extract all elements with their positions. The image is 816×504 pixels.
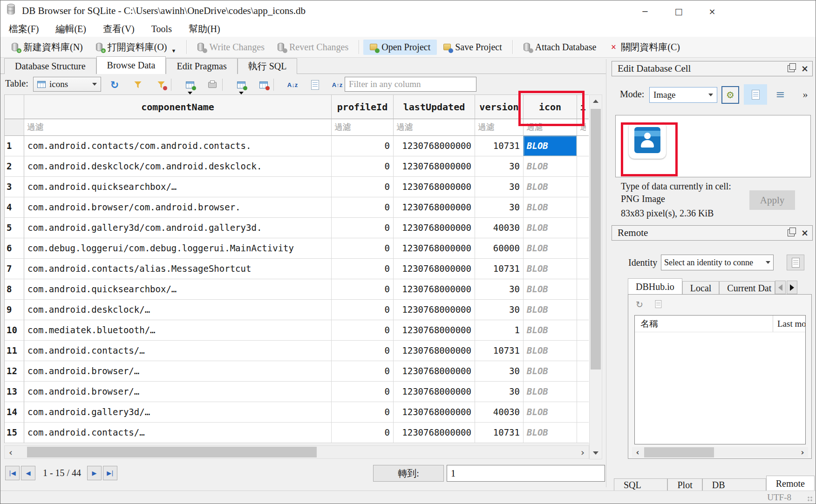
filter-any-column-input[interactable] [345,77,476,92]
save-project-button[interactable]: Save Project [437,40,509,55]
cell-extra[interactable] [577,197,589,218]
cell-icon-blob[interactable]: BLOB [524,361,577,382]
cell-profileId[interactable]: 0 [332,136,394,156]
dropdown-caret-icon[interactable]: ▼ [171,48,177,54]
cell-lastUpdated[interactable]: 1230768000000 [394,341,475,361]
remote-tab-local[interactable]: Local [682,281,720,295]
row-number[interactable]: 12 [5,361,24,382]
cell-profileId[interactable]: 0 [332,341,394,361]
open-database-button[interactable]: +打開資料庫(O)▼ [89,39,183,56]
filter-input-profileId[interactable] [332,119,393,135]
cell-extra[interactable] [577,238,589,259]
cell-componentName[interactable]: com.android.contacts/… [24,423,332,443]
identity-import-button[interactable] [787,255,804,270]
cell-version[interactable]: 60000 [475,238,524,259]
insert-record-button[interactable] [233,77,249,93]
grid-hscroll-thumb[interactable] [27,447,317,457]
cell-lastUpdated[interactable]: 1230768000000 [394,156,475,177]
prev-page-button[interactable]: ◀ [21,466,35,480]
cell-extra[interactable] [577,361,589,382]
row-number[interactable]: 13 [5,382,24,402]
cell-lastUpdated[interactable]: 1230768000000 [394,423,475,443]
revert-changes-button[interactable]: Revert Changes [271,40,355,55]
cell-lastUpdated[interactable]: 1230768000000 [394,197,475,218]
scroll-right-icon[interactable]: › [797,447,808,457]
cell-componentName[interactable]: com.android.quicksearchbox/… [24,279,332,300]
filter-input-componentName[interactable] [24,119,331,135]
tab-執行-sql[interactable]: 執行 SQL [238,58,298,74]
column-header-version[interactable]: version [475,94,524,119]
scroll-down-icon[interactable] [590,447,602,459]
cell-profileId[interactable]: 0 [332,320,394,341]
clone-database-icon[interactable] [654,299,662,311]
new-database-button[interactable]: +新建資料庫(N) [5,39,89,56]
cell-componentName[interactable]: com.android.quicksearchbox/… [24,177,332,197]
dock-tab-plot[interactable]: Plot [667,478,702,492]
cell-profileId[interactable]: 0 [332,300,394,320]
cell-icon-blob[interactable]: BLOB [524,423,577,443]
cell-profileId[interactable]: 0 [332,423,394,443]
cell-version[interactable]: 30 [475,300,524,320]
cell-version[interactable]: 40030 [475,218,524,238]
column-header-rownum[interactable] [5,94,24,119]
cell-componentName[interactable]: com.mediatek.bluetooth/… [24,320,332,341]
next-page-button[interactable]: ▶ [87,466,102,480]
cell-lastUpdated[interactable]: 1230768000000 [394,361,475,382]
row-number[interactable]: 11 [5,341,24,361]
cell-profileId[interactable]: 0 [332,259,394,279]
cell-lastUpdated[interactable]: 1230768000000 [394,402,475,423]
import-data-button[interactable]: ⚙ [721,86,739,104]
edit-cell-button[interactable] [307,77,323,93]
filter-cell-lastUpdated[interactable] [394,119,475,136]
close-panel-icon[interactable]: × [801,64,809,73]
cell-icon-blob[interactable]: BLOB [524,218,577,238]
scroll-right-icon[interactable]: › [577,446,589,458]
tab-edit-pragmas[interactable]: Edit Pragmas [166,58,237,74]
cell-version[interactable]: 30 [475,382,524,402]
delete-record-button[interactable] [256,77,272,93]
filter-input-version[interactable] [475,119,523,135]
tab-database-structure[interactable]: Database Structure [4,58,96,74]
cell-icon-blob[interactable]: BLOB [524,177,577,197]
open-project-button[interactable]: Open Project [363,40,437,55]
float-panel-icon[interactable] [788,229,795,236]
menu-item-4[interactable]: 幫助(H) [180,22,229,37]
cell-extra[interactable] [577,136,589,156]
goto-record-input[interactable] [447,465,605,482]
row-number[interactable]: 3 [5,177,24,197]
tab-browse-data[interactable]: Browse Data [96,56,166,74]
apply-button[interactable]: Apply [749,190,795,210]
filter-cell-componentName[interactable] [24,119,332,136]
attach-database-button[interactable]: Attach Database [517,40,603,55]
sort-asc-button[interactable]: A↓z [285,77,300,93]
cell-icon-blob[interactable]: BLOB [524,382,577,402]
refresh-icon[interactable]: ↻ [636,299,643,309]
sort-desc-button[interactable]: A↑z [329,77,345,93]
maximize-button[interactable]: □ [662,0,695,22]
dock-tab-db-schema[interactable]: DB Schema [702,478,766,492]
table-select[interactable]: icons [33,77,101,92]
column-header-componentName[interactable]: componentName [24,94,332,119]
close-database-button[interactable]: ×關閉資料庫(C) [603,39,687,56]
tab-scroll-right-icon[interactable] [787,281,797,294]
cell-icon-blob[interactable]: BLOB [524,259,577,279]
row-number[interactable]: 8 [5,279,24,300]
filter-cell-version[interactable] [475,119,524,136]
cell-componentName[interactable]: com.android.contacts/alias.MessageShortc… [24,259,332,279]
cell-extra[interactable] [577,279,589,300]
column-divider[interactable] [773,316,773,332]
mode-select[interactable]: Image [649,87,717,103]
cell-componentName[interactable]: com.android.deskclock/… [24,300,332,320]
cell-lastUpdated[interactable]: 1230768000000 [394,279,475,300]
cell-lastUpdated[interactable]: 1230768000000 [394,382,475,402]
cell-profileId[interactable]: 0 [332,218,394,238]
dock-splitter[interactable] [606,59,606,487]
cell-profileId[interactable]: 0 [332,361,394,382]
row-number[interactable]: 2 [5,156,24,177]
cell-componentName[interactable]: com.android.contacts/com.android.contact… [24,136,332,156]
text-mode-button[interactable] [744,84,767,105]
cell-componentName[interactable]: com.android.browser/com.android.browser. [24,197,332,218]
cell-componentName[interactable]: com.android.browser/… [24,382,332,402]
grid-horizontal-scrollbar[interactable]: ‹ › [4,445,589,459]
row-number[interactable]: 4 [5,197,24,218]
